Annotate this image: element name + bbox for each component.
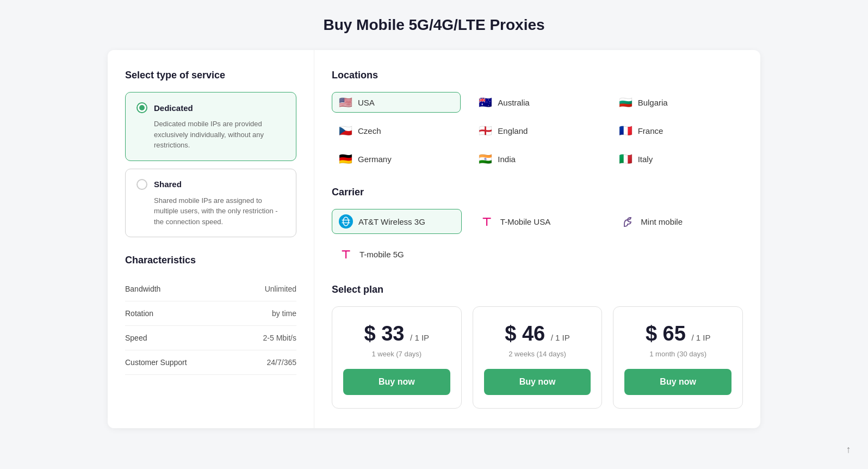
plan-card-twoweeks: $ 46 / 1 IP 2 weeks (14 days) Buy now bbox=[473, 306, 603, 409]
plan-unit-month: / 1 IP bbox=[691, 333, 710, 342]
radio-shared[interactable] bbox=[137, 179, 147, 190]
location-item-italy[interactable]: 🇮🇹 Italy bbox=[612, 149, 741, 169]
locations-section: Locations 🇺🇸 USA 🇦🇺 Australia 🇧🇬 Bulgari… bbox=[332, 70, 743, 169]
location-item-australia[interactable]: 🇦🇺 Australia bbox=[472, 92, 600, 113]
plans-grid: $ 33 / 1 IP 1 week (7 days) Buy now $ 46… bbox=[332, 306, 743, 409]
characteristics-section: Characteristics Bandwidth Unlimited Rota… bbox=[125, 255, 296, 375]
service-section-title: Select type of service bbox=[125, 70, 296, 81]
flag-italy: 🇮🇹 bbox=[619, 153, 633, 164]
carrier-name-tmobile_5g: T-mobile 5G bbox=[359, 250, 404, 259]
left-panel: Select type of service Dedicated Dedicat… bbox=[108, 50, 314, 428]
location-name-usa: USA bbox=[358, 98, 375, 107]
location-name-germany: Germany bbox=[358, 155, 392, 164]
char-value: 2-5 Mbit/s bbox=[263, 334, 296, 342]
flag-france: 🇫🇷 bbox=[619, 125, 633, 136]
scroll-indicator[interactable]: ↑ bbox=[840, 441, 857, 458]
service-option-shared[interactable]: Shared Shared mobile IPs are assigned to… bbox=[125, 169, 296, 238]
carrier-item-tmobile_usa[interactable]: ⊤ T-Mobile USA bbox=[473, 209, 603, 234]
service-dedicated-desc: Dedicated mobile IPs are provided exclus… bbox=[137, 119, 285, 151]
right-panel: Locations 🇺🇸 USA 🇦🇺 Australia 🇧🇬 Bulgari… bbox=[314, 50, 760, 428]
location-name-england: England bbox=[498, 126, 528, 135]
flag-england: 🏴󠁧󠁢󠁥󠁮󠁧󠁿 bbox=[479, 125, 492, 136]
location-item-usa[interactable]: 🇺🇸 USA bbox=[332, 92, 461, 113]
plan-duration-week: 1 week (7 days) bbox=[343, 350, 450, 358]
plan-unit-twoweeks: / 1 IP bbox=[551, 333, 570, 342]
flag-germany: 🇩🇪 bbox=[339, 153, 352, 164]
char-value: Unlimited bbox=[265, 285, 296, 293]
char-label: Bandwidth bbox=[125, 285, 160, 293]
plan-price-month: $ 65 / 1 IP bbox=[624, 322, 731, 345]
location-name-czech: Czech bbox=[358, 126, 381, 135]
location-name-france: France bbox=[638, 126, 664, 135]
page-title: Buy Mobile 5G/4G/LTE Proxies bbox=[11, 16, 857, 34]
location-name-italy: Italy bbox=[638, 155, 653, 164]
service-shared-name: Shared bbox=[154, 180, 182, 189]
char-row-speed: Speed 2-5 Mbit/s bbox=[125, 326, 296, 350]
plan-card-week: $ 33 / 1 IP 1 week (7 days) Buy now bbox=[332, 306, 462, 409]
locations-title: Locations bbox=[332, 70, 743, 81]
carrier-name-att: AT&T Wireless 3G bbox=[358, 217, 425, 226]
location-item-bulgaria[interactable]: 🇧🇬 Bulgaria bbox=[612, 92, 741, 113]
char-row-bandwidth: Bandwidth Unlimited bbox=[125, 277, 296, 301]
mint-icon bbox=[620, 214, 635, 229]
flag-usa: 🇺🇸 bbox=[339, 97, 352, 108]
carrier-title: Carrier bbox=[332, 187, 743, 198]
svg-text:⊤: ⊤ bbox=[341, 249, 350, 261]
location-item-india[interactable]: 🇮🇳 India bbox=[472, 149, 600, 169]
location-name-australia: Australia bbox=[498, 98, 529, 107]
plans-section: Select plan $ 33 / 1 IP 1 week (7 days) … bbox=[332, 284, 743, 409]
char-row-customer-support: Customer Support 24/7/365 bbox=[125, 350, 296, 375]
carrier-item-mint[interactable]: Mint mobile bbox=[613, 209, 743, 234]
flag-india: 🇮🇳 bbox=[479, 153, 492, 164]
plan-price-twoweeks: $ 46 / 1 IP bbox=[484, 322, 591, 345]
buy-now-button-week[interactable]: Buy now bbox=[343, 369, 450, 395]
plan-price-week: $ 33 / 1 IP bbox=[343, 322, 450, 345]
char-row-rotation: Rotation by time bbox=[125, 301, 296, 326]
location-item-england[interactable]: 🏴󠁧󠁢󠁥󠁮󠁧󠁿 England bbox=[472, 120, 600, 141]
flag-australia: 🇦🇺 bbox=[479, 97, 492, 108]
characteristics-rows: Bandwidth Unlimited Rotation by time Spe… bbox=[125, 277, 296, 375]
service-option-dedicated[interactable]: Dedicated Dedicated mobile IPs are provi… bbox=[125, 92, 296, 161]
service-shared-desc: Shared mobile IPs are assigned to multip… bbox=[137, 195, 285, 227]
plan-duration-twoweeks: 2 weeks (14 days) bbox=[484, 350, 591, 358]
characteristics-title: Characteristics bbox=[125, 255, 296, 266]
flag-bulgaria: 🇧🇬 bbox=[619, 97, 633, 108]
location-name-india: India bbox=[498, 155, 516, 164]
char-value: 24/7/365 bbox=[267, 358, 297, 367]
main-container: Select type of service Dedicated Dedicat… bbox=[108, 50, 760, 428]
svg-text:⊤: ⊤ bbox=[482, 216, 491, 228]
tmobile-icon: ⊤ bbox=[480, 214, 495, 229]
buy-now-button-month[interactable]: Buy now bbox=[624, 369, 731, 395]
tmobile-icon: ⊤ bbox=[339, 246, 354, 262]
buy-now-button-twoweeks[interactable]: Buy now bbox=[484, 369, 591, 395]
carrier-item-tmobile_5g[interactable]: ⊤ T-mobile 5G bbox=[332, 242, 462, 267]
att-icon bbox=[339, 214, 353, 229]
char-label: Rotation bbox=[125, 309, 153, 318]
plan-duration-month: 1 month (30 days) bbox=[624, 350, 731, 358]
char-label: Customer Support bbox=[125, 358, 187, 367]
location-item-france[interactable]: 🇫🇷 France bbox=[612, 120, 741, 141]
location-item-germany[interactable]: 🇩🇪 Germany bbox=[332, 149, 461, 169]
radio-dedicated[interactable] bbox=[137, 102, 147, 113]
char-value: by time bbox=[272, 309, 296, 318]
plans-title: Select plan bbox=[332, 284, 743, 295]
locations-grid: 🇺🇸 USA 🇦🇺 Australia 🇧🇬 Bulgaria 🇨🇿 Czech… bbox=[332, 92, 743, 169]
carrier-grid: AT&T Wireless 3G ⊤ T-Mobile USA Mint mob… bbox=[332, 209, 743, 267]
carrier-name-tmobile_usa: T-Mobile USA bbox=[500, 217, 551, 226]
service-dedicated-name: Dedicated bbox=[154, 103, 193, 113]
flag-czech: 🇨🇿 bbox=[339, 125, 352, 136]
carrier-section: Carrier AT&T Wireless 3G ⊤ T-Mobile USA … bbox=[332, 187, 743, 267]
location-item-czech[interactable]: 🇨🇿 Czech bbox=[332, 120, 461, 141]
plan-unit-week: / 1 IP bbox=[410, 333, 429, 342]
location-name-bulgaria: Bulgaria bbox=[638, 98, 668, 107]
char-label: Speed bbox=[125, 334, 147, 342]
carrier-item-att[interactable]: AT&T Wireless 3G bbox=[332, 209, 462, 234]
plan-card-month: $ 65 / 1 IP 1 month (30 days) Buy now bbox=[613, 306, 743, 409]
carrier-name-mint: Mint mobile bbox=[641, 217, 683, 226]
service-option-dedicated-header: Dedicated bbox=[137, 102, 285, 113]
service-option-shared-header: Shared bbox=[137, 179, 285, 190]
